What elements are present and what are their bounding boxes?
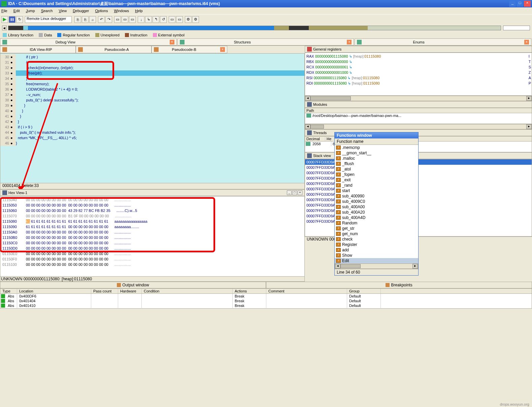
- code-line[interactable]: 36● LODWORD(table[2 * i + 4]) = 0;: [0, 87, 304, 92]
- panel-max-button[interactable]: □: [292, 190, 297, 195]
- minimize-button[interactable]: _: [509, 1, 516, 7]
- top-tab[interactable]: Debug View×: [0, 38, 177, 45]
- tab-close-button[interactable]: ×: [524, 40, 529, 44]
- function-item[interactable]: fget_num: [335, 231, 418, 237]
- menu-debugger[interactable]: Debugger: [73, 9, 89, 13]
- modules-row[interactable]: /root/Desktop/baimao---pwn-master/baimao…: [305, 113, 532, 118]
- breakpoint-row[interactable]: Abs0x401404BreakDefault: [0, 299, 532, 303]
- breakpoint-row[interactable]: Abs0x400DF6BreakDefault: [0, 294, 532, 299]
- function-item[interactable]: fadd: [335, 247, 418, 253]
- tool-icon[interactable]: ⎘: [82, 16, 89, 23]
- tool-icon[interactable]: ▭: [129, 16, 136, 23]
- tool-icon[interactable]: ▭: [176, 16, 183, 23]
- menu-windows[interactable]: Windows: [114, 9, 129, 13]
- nav-bar[interactable]: [8, 26, 501, 30]
- tool-icon[interactable]: ⚙: [192, 16, 199, 23]
- code-line[interactable]: 32● check((int)memory, (int)ptr);: [0, 65, 304, 70]
- close-button[interactable]: ×: [524, 1, 531, 7]
- panel-close-button[interactable]: ×: [298, 190, 302, 195]
- hex-row[interactable]: 01150E0 00 00 00 00 00 00 00 00 00 00 00…: [2, 251, 302, 256]
- code-line[interactable]: 31● {: [0, 60, 304, 65]
- function-item[interactable]: fsub_400A4D: [335, 215, 418, 220]
- debugger-select[interactable]: Remote Linux debugger: [25, 16, 72, 23]
- code-pane[interactable]: 30● if ( ptr )31● {32● check((int)memory…: [0, 53, 305, 189]
- code-line[interactable]: 33● free(ptr);: [0, 70, 304, 76]
- code-line[interactable]: 42● }: [0, 119, 304, 124]
- function-item[interactable]: fShow: [335, 253, 418, 258]
- tab-close-button[interactable]: ×: [220, 47, 225, 52]
- bottom-tab[interactable]: Output window: [0, 282, 266, 288]
- scrollbar[interactable]: ◄►: [335, 263, 418, 269]
- register-row[interactable]: RDX 0000000000001000 ↳: [306, 70, 530, 75]
- function-item[interactable]: fget_str: [335, 226, 418, 231]
- scrollbar[interactable]: ◄►: [305, 124, 532, 129]
- function-item[interactable]: f__gmon_start__: [335, 150, 418, 156]
- modules-pane[interactable]: Path /root/Desktop/baimao---pwn-master/b…: [305, 108, 532, 124]
- register-row[interactable]: RSI 0000000001115080 ↳ [heap]:01115080: [306, 75, 530, 81]
- menu-options[interactable]: Options: [95, 9, 108, 13]
- code-line[interactable]: 43● if ( i > 9 ): [0, 124, 304, 130]
- code-line[interactable]: 40● }: [0, 108, 304, 114]
- function-item[interactable]: fEdit: [335, 258, 418, 263]
- tool-icon[interactable]: ↷: [105, 16, 112, 23]
- hex-row[interactable]: 1115050 00 00 00 00 00 00 00 00 00 00 00…: [2, 202, 302, 208]
- panel-min-button[interactable]: _: [287, 190, 292, 195]
- code-line[interactable]: 35● free(memory);: [0, 81, 304, 87]
- code-line[interactable]: 46●}: [0, 140, 304, 146]
- hex-row[interactable]: 1115040 00 00 00 00 00 00 00 00 00 00 00…: [2, 197, 302, 202]
- hex-row[interactable]: 11150C0 00 00 00 00 00 00 00 00 00 00 00…: [2, 240, 302, 246]
- tool-icon[interactable]: ⌕: [89, 16, 96, 23]
- functions-window-title[interactable]: Functions window: [335, 132, 418, 138]
- step-icon[interactable]: ↺: [160, 16, 167, 23]
- function-item[interactable]: fsub_400A00: [335, 204, 418, 210]
- top-tab[interactable]: Enums×: [355, 38, 531, 45]
- code-line[interactable]: 44● puts_0(":( no matched vuln info.");: [0, 130, 304, 135]
- hex-row[interactable]: 1115090 61 61 61 61 61 61 61 61 00 00 00…: [2, 224, 302, 229]
- function-item[interactable]: fstart: [335, 188, 418, 193]
- function-item[interactable]: fsub_4009C0: [335, 199, 418, 204]
- menu-search[interactable]: Search: [41, 9, 53, 13]
- code-line[interactable]: 38● puts_0(":) delete successfully.");: [0, 97, 304, 103]
- register-row[interactable]: RCX 0000000000000061 ↳: [306, 64, 530, 70]
- run-button[interactable]: [1, 16, 8, 23]
- function-item[interactable]: f_exit: [335, 177, 418, 183]
- nav-search[interactable]: [503, 26, 530, 30]
- code-line[interactable]: 39● }: [0, 103, 304, 108]
- pause-button[interactable]: [9, 16, 15, 23]
- step-icon[interactable]: ↓: [138, 16, 144, 23]
- code-line[interactable]: 37● --v_num;: [0, 92, 304, 97]
- tool-icon[interactable]: ⎘: [74, 16, 81, 23]
- function-item[interactable]: f_atol: [335, 166, 418, 172]
- scrollbar[interactable]: ◄►: [305, 96, 532, 101]
- tab-close-button[interactable]: ×: [347, 40, 352, 44]
- menu-jump[interactable]: Jump: [26, 9, 35, 13]
- code-tab[interactable]: Pseudocode-B×: [152, 46, 227, 53]
- menu-edit[interactable]: Edit: [13, 9, 20, 13]
- registers-pane[interactable]: RAX 0000000001115080 ↳ [heap]:01115080RB…: [305, 53, 532, 96]
- register-row[interactable]: RBX 0000000000000000 ↳: [306, 59, 530, 64]
- tool-icon[interactable]: ▭: [114, 16, 121, 23]
- hex-pane[interactable]: 1115040 00 00 00 00 00 00 00 00 00 00 00…: [0, 196, 305, 282]
- step-icon[interactable]: ↰: [153, 16, 159, 23]
- step-icon[interactable]: ↳: [145, 16, 152, 23]
- code-line[interactable]: 30● if ( ptr ): [0, 54, 304, 60]
- functions-list[interactable]: f.memcmpf__gmon_start__f.mallocf_fflushf…: [335, 145, 418, 263]
- code-line[interactable]: 45● return *MK_FP(__FS__, 40LL) ^ v5;: [0, 135, 304, 140]
- code-tab[interactable]: IDA View-RIP: [0, 46, 76, 53]
- code-tab[interactable]: Pseudocode-A: [76, 46, 152, 53]
- hex-row[interactable]: 1115070 00 00 00 00 00 00 00 00 B1 0F 00…: [2, 213, 302, 219]
- function-item[interactable]: f_fopen: [335, 172, 418, 177]
- function-item[interactable]: fsub_400A20: [335, 210, 418, 215]
- hex-row[interactable]: 01150F0 00 00 00 00 00 00 00 00 00 00 00…: [2, 256, 302, 262]
- function-item[interactable]: fRandom: [335, 220, 418, 226]
- hex-row[interactable]: 11150D0 00 00 00 00 00 00 00 00 00 00 00…: [2, 246, 302, 251]
- breakpoint-row[interactable]: Abs0x401410BreakDefault: [0, 303, 532, 308]
- code-line[interactable]: 41● }: [0, 114, 304, 119]
- reload-button[interactable]: ↻: [16, 16, 23, 23]
- maximize-button[interactable]: □: [517, 1, 523, 7]
- tool-icon[interactable]: ↶: [98, 16, 105, 23]
- tab-close-button[interactable]: ×: [170, 40, 174, 44]
- hex-row[interactable]: 11150A0 00 00 00 00 00 00 00 00 00 00 00…: [2, 229, 302, 235]
- register-row[interactable]: RDI 0000000001115080 ↳ [heap]:01115080: [306, 81, 530, 86]
- menu-file[interactable]: File: [1, 9, 7, 13]
